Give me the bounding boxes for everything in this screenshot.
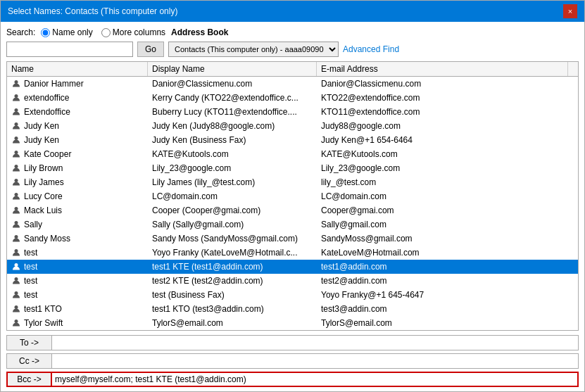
cell-display: TylorS@email.com	[148, 317, 317, 329]
bcc-row: Bcc ->	[6, 372, 579, 387]
svg-point-3	[15, 122, 18, 126]
cell-display: Sandy Moss (SandyMoss@gmail.com)	[148, 232, 317, 245]
col-header-display[interactable]: Display Name	[148, 62, 317, 76]
cell-name: Lucy Core	[7, 190, 148, 203]
svg-point-16	[15, 305, 18, 309]
table-row[interactable]: test test1 KTE (test1@addin.com) test1@a…	[7, 260, 578, 274]
cell-name: Lily Brown	[7, 162, 148, 175]
person-icon	[11, 177, 21, 187]
cell-name: test1 KTO	[7, 303, 148, 315]
table-row[interactable]: Lily James Lily James (lily_@test.com) l…	[7, 175, 578, 189]
radio-more-columns-label: More columns	[113, 27, 165, 37]
table-header: Name Display Name E-mail Address	[7, 62, 578, 77]
person-icon	[11, 191, 21, 201]
person-icon	[11, 79, 21, 89]
person-icon	[11, 220, 21, 229]
cell-name: Danior Hammer	[7, 77, 148, 90]
radio-name-only[interactable]: Name only	[41, 27, 92, 37]
table-row[interactable]: test1 KTO test1 KTO (test3@addin.com) te…	[7, 302, 578, 316]
cell-display: test2 KTE (test2@addin.com)	[148, 274, 317, 287]
cell-email: Judy Ken@+1 654-6464	[317, 134, 578, 146]
svg-point-2	[15, 108, 18, 112]
dialog-window: Select Names: Contacts (This computer on…	[0, 0, 585, 392]
table-row[interactable]: Danior Hammer Danior@Classicmenu.com Dan…	[7, 77, 578, 91]
search-row: Search: Name only More columns Address B…	[6, 27, 579, 37]
address-book-select[interactable]: Contacts (This computer only) - aaaa0909…	[168, 42, 339, 57]
table-row[interactable]: Lily Brown Lily_23@google.com Lily_23@go…	[7, 161, 578, 175]
svg-point-8	[15, 193, 18, 196]
table-row[interactable]: extendoffice Kerry Candy (KTO22@extendof…	[7, 91, 578, 105]
col-header-email[interactable]: E-mail Address	[317, 62, 568, 76]
table-row[interactable]: test Yoyo Franky (KateLoveM@Hotmail.c...…	[7, 246, 578, 260]
col-header-name[interactable]: Name	[7, 62, 148, 76]
cell-name: Judy Ken	[7, 134, 148, 146]
cell-email: SandyMoss@gmail.com	[317, 232, 578, 245]
svg-point-0	[15, 80, 18, 84]
svg-point-5	[15, 151, 18, 154]
svg-point-17	[15, 320, 18, 323]
cell-display: Buberry Lucy (KTO11@extendoffice....	[148, 106, 317, 118]
table-row[interactable]: Judy Ken Judy Ken (Business Fax) Judy Ke…	[7, 133, 578, 147]
dialog-title: Select Names: Contacts (This computer on…	[8, 6, 177, 16]
table-body[interactable]: Danior Hammer Danior@Classicmenu.com Dan…	[7, 77, 578, 330]
table-row[interactable]: test test2 KTE (test2@addin.com) test2@a…	[7, 274, 578, 288]
svg-point-12	[15, 249, 18, 253]
table-row[interactable]: Kate Cooper KATE@Kutools.com KATE@Kutool…	[7, 147, 578, 161]
cell-display: Judy Ken (Business Fax)	[148, 134, 317, 146]
close-button[interactable]: ×	[563, 4, 577, 18]
contacts-table: Name Display Name E-mail Address Danior …	[6, 61, 579, 331]
radio-more-columns[interactable]: More columns	[101, 27, 165, 37]
cell-name: Tylor Swift	[7, 317, 148, 329]
cell-email: test1@addin.com	[317, 260, 578, 273]
table-row[interactable]: Mack Luis Cooper (Cooper@gmai.com) Coope…	[7, 203, 578, 217]
svg-point-9	[15, 207, 18, 210]
svg-point-7	[15, 179, 18, 182]
cell-display: Yoyo Franky (KateLoveM@Hotmail.c...	[148, 246, 317, 259]
advanced-find-link[interactable]: Advanced Find	[343, 44, 399, 54]
svg-point-11	[15, 235, 18, 239]
cell-name: test	[7, 274, 148, 287]
cc-label[interactable]: Cc ->	[6, 353, 52, 369]
person-icon	[11, 276, 21, 286]
table-row[interactable]: Tylor Swift TylorS@email.com TylorS@emai…	[7, 316, 578, 330]
search-input[interactable]	[6, 42, 133, 57]
person-icon	[11, 234, 21, 244]
to-label[interactable]: To ->	[6, 335, 52, 350]
cell-name: test	[7, 246, 148, 259]
cell-name: Sandy Moss	[7, 232, 148, 245]
cell-name: Lily James	[7, 176, 148, 189]
go-button[interactable]: Go	[137, 42, 164, 57]
svg-point-14	[15, 277, 18, 281]
cell-name: Mack Luis	[7, 204, 148, 217]
table-row[interactable]: test test (Business Fax) Yoyo Franky@+1 …	[7, 288, 578, 302]
cell-email: Danior@Classicmenu.com	[317, 77, 578, 90]
cell-email: test2@addin.com	[317, 274, 578, 287]
radio-more-columns-input[interactable]	[101, 28, 111, 37]
cell-email: KateLoveM@Hotmail.com	[317, 246, 578, 259]
cell-email: TylorS@email.com	[317, 317, 578, 329]
cell-name: Extendoffice	[7, 106, 148, 118]
person-icon	[11, 206, 21, 215]
svg-point-4	[15, 137, 18, 140]
cc-row: Cc ->	[6, 353, 579, 369]
title-bar: Select Names: Contacts (This computer on…	[1, 1, 584, 22]
table-row[interactable]: Sandy Moss Sandy Moss (SandyMoss@gmail.c…	[7, 232, 578, 246]
bcc-label[interactable]: Bcc ->	[6, 372, 52, 387]
bcc-input[interactable]	[52, 372, 579, 387]
cell-name: Judy Ken	[7, 120, 148, 132]
cc-input[interactable]	[52, 353, 579, 369]
cell-email: KATE@Kutools.com	[317, 148, 578, 160]
table-row[interactable]: Lucy Core LC@domain.com LC@domain.com	[7, 189, 578, 203]
search-label: Search:	[6, 27, 35, 37]
radio-name-only-input[interactable]	[41, 28, 50, 37]
table-row[interactable]: Sally Sally (Sally@gmail.com) Sally@gmai…	[7, 217, 578, 232]
cell-name: test	[7, 289, 148, 301]
cell-display: test1 KTO (test3@addin.com)	[148, 303, 317, 315]
table-row[interactable]: Extendoffice Buberry Lucy (KTO11@extendo…	[7, 105, 578, 119]
cell-email: KTO22@extendoffice.com	[317, 91, 578, 104]
cell-email: lily_@test.com	[317, 176, 578, 189]
search-input-row: Go Contacts (This computer only) - aaaa0…	[6, 42, 579, 57]
table-row[interactable]: Judy Ken Judy Ken (Judy88@google.com) Ju…	[7, 119, 578, 133]
to-input[interactable]	[52, 335, 579, 350]
svg-point-15	[15, 291, 18, 295]
